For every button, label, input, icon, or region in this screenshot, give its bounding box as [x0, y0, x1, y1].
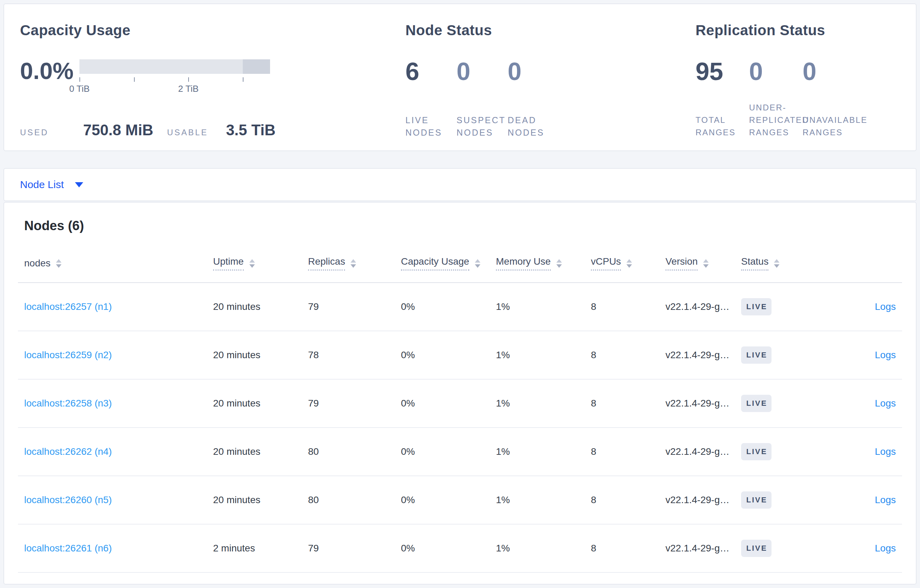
node-link[interactable]: localhost:26258 (n3): [24, 398, 112, 409]
logs-link[interactable]: Logs: [875, 350, 896, 360]
stat-label: LIVE NODES: [405, 114, 457, 139]
view-selector-card: Node List: [3, 168, 917, 201]
status-badge: LIVE: [741, 491, 771, 509]
capacity-bar: [79, 59, 270, 74]
axis-tick: [188, 77, 189, 82]
node-list-dropdown[interactable]: Node List: [20, 179, 83, 191]
column-header[interactable]: nodes: [24, 258, 213, 269]
vcpus-cell: 8: [591, 301, 666, 312]
status-badge: LIVE: [741, 540, 771, 557]
node-list-dropdown-label: Node List: [20, 179, 64, 191]
table-body: localhost:26257 (n1) 20 minutes 79 0% 1%…: [18, 283, 902, 573]
capacity-usage-cell: 0%: [401, 301, 496, 312]
logs-link[interactable]: Logs: [875, 543, 896, 554]
sort-icon[interactable]: [475, 259, 480, 268]
summary-stat: 95 TOTAL RANGES: [695, 59, 749, 139]
vcpus-cell: 8: [591, 446, 666, 457]
version-cell: v22.1.4-29-g…: [666, 350, 741, 360]
capacity-usage-cell: 0%: [401, 543, 496, 554]
status-badge: LIVE: [741, 395, 771, 412]
sort-icon[interactable]: [56, 259, 62, 268]
stat-value: 0: [508, 59, 559, 84]
vcpus-cell: 8: [591, 398, 666, 409]
column-header[interactable]: vCPUs: [591, 256, 666, 271]
uptime-cell: 2 minutes: [213, 543, 308, 554]
column-header[interactable]: Replicas: [308, 256, 401, 271]
version-cell: v22.1.4-29-g…: [666, 543, 741, 554]
logs-link[interactable]: Logs: [875, 398, 896, 409]
summary-stat: 0 UNDER-REPLICATED RANGES: [749, 59, 803, 139]
uptime-cell: 20 minutes: [213, 494, 308, 506]
table-row: localhost:26257 (n1) 20 minutes 79 0% 1%…: [18, 283, 902, 331]
stat-value: 0: [803, 59, 856, 84]
replicas-cell: 80: [308, 494, 401, 506]
node-link[interactable]: localhost:26262 (n4): [24, 446, 112, 457]
sort-icon[interactable]: [350, 259, 356, 268]
node-link[interactable]: localhost:26261 (n6): [24, 543, 112, 554]
column-header[interactable]: Version: [666, 256, 741, 271]
stat-label: SUSPECT NODES: [457, 114, 508, 139]
stat-label: DEAD NODES: [508, 114, 559, 139]
column-header-label: Uptime: [213, 256, 244, 271]
column-header[interactable]: Status: [741, 256, 815, 271]
node-link[interactable]: localhost:26257 (n1): [24, 301, 112, 312]
axis-tick: [134, 77, 135, 82]
capacity-bar-chart: 0 TiB2 TiB: [79, 59, 270, 95]
logs-link[interactable]: Logs: [875, 301, 896, 312]
sort-icon[interactable]: [556, 259, 562, 268]
table-header-row: nodes Uptime Replicas Capacity Usage Mem…: [18, 256, 902, 283]
table-row: localhost:26262 (n4) 20 minutes 80 0% 1%…: [18, 428, 902, 476]
capacity-usage-title: Capacity Usage: [20, 21, 405, 39]
version-cell: v22.1.4-29-g…: [666, 494, 741, 506]
column-header[interactable]: Capacity Usage: [401, 256, 496, 271]
stat-label: TOTAL RANGES: [695, 114, 756, 139]
stat-label: UNDER-REPLICATED RANGES: [749, 102, 810, 139]
replication-status-stats: 95 TOTAL RANGES 0 UNDER-REPLICATED RANGE…: [695, 59, 916, 139]
node-status-stats: 6 LIVE NODES 0 SUSPECT NODES 0 DEAD NODE…: [405, 59, 695, 139]
axis-tick-label: 0 TiB: [69, 84, 89, 94]
status-badge: LIVE: [741, 298, 771, 315]
stat-value: 0: [749, 59, 803, 84]
used-value: 750.8 MiB: [83, 121, 153, 139]
logs-link[interactable]: Logs: [875, 446, 896, 457]
capacity-bar-reserved-segment: [243, 59, 270, 74]
table-row: localhost:26259 (n2) 20 minutes 78 0% 1%…: [18, 331, 902, 380]
memory-use-cell: 1%: [496, 543, 591, 554]
sort-icon[interactable]: [249, 259, 255, 268]
sort-icon[interactable]: [627, 259, 632, 268]
sort-icon[interactable]: [774, 259, 779, 268]
node-link[interactable]: localhost:26260 (n5): [24, 494, 112, 505]
column-header[interactable]: Memory Use: [496, 256, 591, 271]
table-row: localhost:26261 (n6) 2 minutes 79 0% 1% …: [18, 525, 902, 573]
sort-icon[interactable]: [703, 259, 709, 268]
summary-stat: 0 UNAVAILABLE RANGES: [803, 59, 856, 139]
replicas-cell: 79: [308, 398, 401, 409]
column-header-label: Replicas: [308, 256, 345, 271]
used-label: USED: [20, 128, 49, 137]
capacity-usage-section: Capacity Usage 0.0% 0 TiB2 TiB USED 750.…: [20, 21, 405, 150]
vcpus-cell: 8: [591, 350, 666, 360]
table-row: localhost:26260 (n5) 20 minutes 80 0% 1%…: [18, 476, 902, 525]
node-link[interactable]: localhost:26259 (n2): [24, 350, 112, 360]
column-header-label: Status: [741, 256, 768, 271]
stat-value: 6: [405, 59, 457, 84]
usable-value: 3.5 TiB: [226, 121, 275, 139]
column-header[interactable]: Uptime: [213, 256, 308, 271]
memory-use-cell: 1%: [496, 301, 591, 312]
replicas-cell: 79: [308, 543, 401, 554]
replication-status-title: Replication Status: [695, 21, 916, 39]
axis-tick: [79, 77, 80, 82]
nodes-table-card: Nodes (6) nodes Uptime Replicas Capacity…: [3, 202, 917, 585]
cluster-overview-page: Capacity Usage 0.0% 0 TiB2 TiB USED 750.…: [0, 0, 920, 588]
status-badge: LIVE: [741, 443, 771, 460]
column-header-label: Capacity Usage: [401, 256, 469, 271]
capacity-axis-labels: 0 TiB2 TiB: [79, 84, 270, 95]
stat-value: 0: [457, 59, 508, 84]
nodes-table-title: Nodes (6): [24, 218, 896, 233]
table-row: localhost:26258 (n3) 20 minutes 79 0% 1%…: [18, 380, 902, 428]
logs-link[interactable]: Logs: [875, 494, 896, 505]
stat-label: UNAVAILABLE RANGES: [803, 114, 863, 139]
capacity-stats-row: USED 750.8 MiB USABLE 3.5 TiB: [20, 121, 405, 139]
memory-use-cell: 1%: [496, 350, 591, 360]
memory-use-cell: 1%: [496, 494, 591, 506]
